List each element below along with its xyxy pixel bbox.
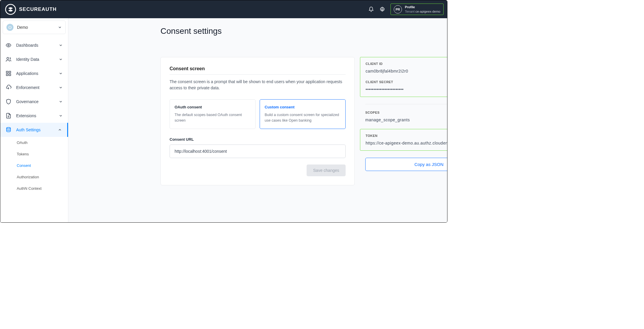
brand-logo-icon (5, 4, 16, 15)
svg-point-3 (7, 57, 9, 59)
main: Consent settings Consent screen The cons… (68, 18, 447, 222)
svg-point-1 (381, 9, 383, 10)
sidebar-item-label: Applications (16, 71, 54, 76)
svg-rect-5 (9, 71, 11, 73)
chevron-down-icon (59, 43, 63, 47)
token-box: TOKEN https://ce-apigeex-demo.au.authz.c… (360, 129, 447, 151)
chevron-down-icon (59, 100, 63, 104)
svg-point-0 (6, 4, 16, 14)
option-oauth-consent[interactable]: OAuth consent The default scopes based O… (170, 99, 256, 129)
chevron-up-icon (58, 128, 62, 132)
client-credentials-box: CLIENT ID cam0br8jfal4bmr2i2r0 CLIENT SE… (360, 57, 447, 97)
bolt-cloud-icon (6, 85, 11, 90)
svg-point-2 (8, 45, 9, 46)
consent-url-label: Consent URL (170, 137, 346, 142)
grid-icon (6, 70, 11, 76)
option-title: Custom consent (265, 105, 341, 109)
save-button[interactable]: Save changes (307, 164, 346, 176)
sidebar-item-label: Extensions (16, 113, 54, 118)
sidebar-item-auth-settings[interactable]: Auth Settings (0, 123, 68, 137)
sidebar-item-identity-data[interactable]: Identity Data (0, 52, 68, 66)
sidebar-item-governance[interactable]: Governance (0, 95, 68, 109)
credentials-panel: CLIENT ID cam0br8jfal4bmr2i2r0 CLIENT SE… (360, 57, 447, 171)
option-title: OAuth consent (175, 105, 251, 109)
workspace-selector[interactable]: Demo (3, 21, 66, 34)
subnav: OAuth Tokens Consent Authorization AuthN… (0, 137, 68, 194)
tenant-label: Tenant (405, 10, 415, 13)
profile-text: Profile Tenant ce-apigeex-demo (405, 5, 440, 14)
avatar: PR (394, 5, 402, 14)
option-desc: The default scopes based OAuth consent s… (175, 112, 251, 123)
divider (365, 104, 447, 104)
subnav-authorization[interactable]: Authorization (17, 171, 68, 183)
option-desc: Build a custom consent screen for specia… (265, 112, 341, 123)
section-desc: The consent screen is a prompt that will… (170, 79, 346, 91)
nav: Dashboards Identity Data Applications En… (0, 36, 68, 194)
sidebar: Demo Dashboards Identity Data (0, 18, 68, 222)
token-value: https://ce-apigeex-demo.au.authz.clouden… (366, 141, 447, 145)
gear-icon[interactable] (379, 6, 385, 12)
document-icon (6, 113, 11, 119)
chevron-down-icon (59, 85, 63, 90)
scopes-value: manage_scope_grants (365, 118, 410, 122)
sidebar-item-extensions[interactable]: Extensions (0, 109, 68, 123)
eye-icon (6, 42, 11, 48)
tenant-name: ce-apigeex-demo (415, 10, 440, 13)
consent-card: Consent screen The consent screen is a p… (160, 57, 355, 185)
sidebar-item-applications[interactable]: Applications (0, 66, 68, 80)
client-id-value: cam0br8jfal4bmr2i2r0 (366, 69, 408, 73)
client-secret-value: •••••••••••••••••••••••• (366, 87, 404, 92)
bell-icon[interactable] (368, 6, 374, 12)
svg-point-8 (6, 127, 10, 129)
chevron-down-icon (59, 71, 63, 75)
consent-url-input[interactable] (170, 145, 346, 158)
chevron-down-icon (58, 25, 62, 29)
sidebar-item-label: Auth Settings (16, 127, 53, 132)
sidebar-item-label: Enforcement (16, 85, 54, 90)
copy-as-json-button[interactable]: Copy as JSON (365, 158, 447, 171)
sidebar-item-label: Dashboards (16, 43, 54, 48)
brand-name: SECUREAUTH (19, 6, 57, 12)
svg-rect-4 (6, 71, 8, 73)
subnav-tokens[interactable]: Tokens (17, 148, 68, 160)
page-title: Consent settings (160, 26, 447, 36)
svg-rect-7 (9, 74, 11, 76)
topbar: SECUREAUTH PR Profile Tenant ce-apigeex-… (0, 0, 447, 18)
token-label: TOKEN (366, 134, 447, 137)
sidebar-item-enforcement[interactable]: Enforcement (0, 80, 68, 95)
section-title: Consent screen (170, 66, 346, 71)
scopes-label: SCOPES (365, 111, 447, 114)
power-icon (6, 24, 13, 31)
brand: SECUREAUTH (5, 4, 57, 15)
profile-menu[interactable]: PR Profile Tenant ce-apigeex-demo (391, 4, 444, 15)
sidebar-item-label: Identity Data (16, 57, 54, 62)
svg-rect-6 (6, 74, 8, 76)
shield-icon (6, 99, 11, 105)
subnav-authn-context[interactable]: AuthN Context (17, 183, 68, 194)
client-id-label: CLIENT ID (366, 62, 447, 66)
client-secret-label: CLIENT SECRET (366, 80, 447, 84)
scopes-block: SCOPES manage_scope_grants (360, 111, 447, 129)
database-icon (6, 127, 11, 133)
subnav-consent[interactable]: Consent (17, 160, 68, 171)
divider (170, 74, 346, 75)
chevron-down-icon (59, 114, 63, 118)
option-custom-consent[interactable]: Custom consent Build a custom consent sc… (260, 99, 346, 129)
profile-label: Profile (405, 5, 440, 9)
sidebar-item-label: Governance (16, 99, 54, 104)
subnav-oauth[interactable]: OAuth (17, 137, 68, 148)
chevron-down-icon (59, 57, 63, 61)
sidebar-item-dashboards[interactable]: Dashboards (0, 38, 68, 52)
workspace-name: Demo (17, 25, 54, 30)
users-icon (6, 56, 11, 62)
